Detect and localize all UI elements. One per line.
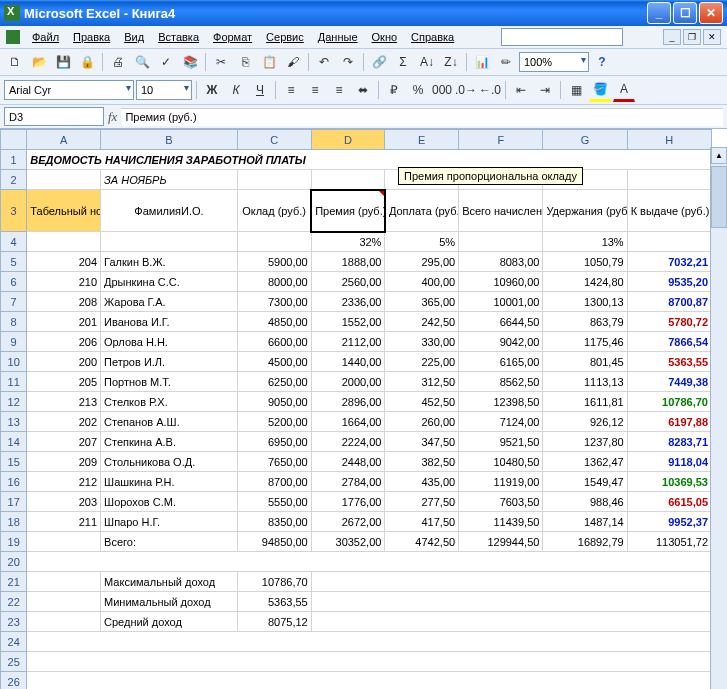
spell-icon[interactable]: ✓ (155, 51, 177, 73)
underline-icon[interactable]: Ч (249, 79, 271, 101)
column-headers[interactable]: ABCDEFGH (1, 130, 712, 150)
font-size-combo[interactable]: 10 (136, 80, 192, 100)
mdi-restore[interactable]: ❐ (683, 29, 701, 45)
inc-decimal-icon[interactable]: .0→ (455, 79, 477, 101)
print-icon[interactable]: 🖨 (107, 51, 129, 73)
menu-view[interactable]: Вид (118, 29, 150, 45)
open-icon[interactable]: 📂 (28, 51, 50, 73)
undo-icon[interactable]: ↶ (313, 51, 335, 73)
font-name-combo[interactable]: Arial Cyr (4, 80, 134, 100)
hyperlink-icon[interactable]: 🔗 (368, 51, 390, 73)
align-right-icon[interactable]: ≡ (328, 79, 350, 101)
fx-icon[interactable]: fx (108, 109, 117, 125)
save-icon[interactable]: 💾 (52, 51, 74, 73)
format-painter-icon[interactable]: 🖌 (282, 51, 304, 73)
drawing-icon[interactable]: ✏ (495, 51, 517, 73)
minimize-button[interactable]: _ (647, 2, 671, 24)
help-icon[interactable]: ? (591, 51, 613, 73)
standard-toolbar: 🗋 📂 💾 🔒 🖨 🔍 ✓ 📚 ✂ ⎘ 📋 🖌 ↶ ↷ 🔗 Σ A↓ Z↓ 📊 … (0, 49, 727, 76)
borders-icon[interactable]: ▦ (565, 79, 587, 101)
autosum-icon[interactable]: Σ (392, 51, 414, 73)
menu-window[interactable]: Окно (366, 29, 404, 45)
chart-icon[interactable]: 📊 (471, 51, 493, 73)
window-titlebar: Microsoft Excel - Книга4 _ ☐ ✕ (0, 0, 727, 26)
bold-icon[interactable]: Ж (201, 79, 223, 101)
sort-asc-icon[interactable]: A↓ (416, 51, 438, 73)
menu-format[interactable]: Формат (207, 29, 258, 45)
vertical-scrollbar[interactable]: ▲ (710, 147, 727, 689)
menu-tools[interactable]: Сервис (260, 29, 310, 45)
sort-desc-icon[interactable]: Z↓ (440, 51, 462, 73)
mdi-close[interactable]: ✕ (703, 29, 721, 45)
formatting-toolbar: Arial Cyr 10 Ж К Ч ≡ ≡ ≡ ⬌ ₽ % 000 .0→ ←… (0, 76, 727, 105)
percent-icon[interactable]: % (407, 79, 429, 101)
formula-input[interactable]: Премия (руб.) (121, 108, 723, 126)
permission-icon[interactable]: 🔒 (76, 51, 98, 73)
menu-edit[interactable]: Правка (67, 29, 116, 45)
copy-icon[interactable]: ⎘ (234, 51, 256, 73)
close-button[interactable]: ✕ (699, 2, 723, 24)
align-left-icon[interactable]: ≡ (280, 79, 302, 101)
doc-icon (6, 30, 20, 44)
name-box[interactable]: D3 (4, 107, 104, 126)
research-icon[interactable]: 📚 (179, 51, 201, 73)
menu-help[interactable]: Справка (405, 29, 460, 45)
cell[interactable]: ВЕДОМОСТЬ НАЧИСЛЕНИЯ ЗАРАБОТНОЙ ПЛАТЫ (27, 150, 712, 170)
scroll-thumb[interactable] (711, 166, 727, 228)
mdi-minimize[interactable]: _ (663, 29, 681, 45)
cut-icon[interactable]: ✂ (210, 51, 232, 73)
inc-indent-icon[interactable]: ⇥ (534, 79, 556, 101)
menu-data[interactable]: Данные (312, 29, 364, 45)
font-color-icon[interactable]: A (613, 78, 635, 102)
active-cell[interactable]: Премия (руб.) (311, 190, 385, 232)
help-search-box[interactable] (501, 28, 623, 46)
align-center-icon[interactable]: ≡ (304, 79, 326, 101)
preview-icon[interactable]: 🔍 (131, 51, 153, 73)
dec-decimal-icon[interactable]: ←.0 (479, 79, 501, 101)
dec-indent-icon[interactable]: ⇤ (510, 79, 532, 101)
merge-icon[interactable]: ⬌ (352, 79, 374, 101)
maximize-button[interactable]: ☐ (673, 2, 697, 24)
currency-icon[interactable]: ₽ (383, 79, 405, 101)
comma-icon[interactable]: 000 (431, 79, 453, 101)
cell-comment-tooltip: Премия пропорциональна окладу (398, 167, 583, 185)
fill-color-icon[interactable]: 🪣 (589, 78, 611, 102)
new-icon[interactable]: 🗋 (4, 51, 26, 73)
row-header[interactable]: 1 (1, 150, 27, 170)
italic-icon[interactable]: К (225, 79, 247, 101)
menu-bar: Файл Правка Вид Вставка Формат Сервис Да… (0, 26, 727, 49)
paste-icon[interactable]: 📋 (258, 51, 280, 73)
formula-bar: D3 fx Премия (руб.) (0, 105, 727, 129)
worksheet-area: Премия пропорциональна окладу ABCDEFGH 1… (0, 129, 727, 689)
redo-icon[interactable]: ↷ (337, 51, 359, 73)
excel-icon (4, 5, 20, 21)
menu-insert[interactable]: Вставка (152, 29, 205, 45)
zoom-combo[interactable]: 100% (519, 52, 589, 72)
menu-file[interactable]: Файл (26, 29, 65, 45)
scroll-up-icon[interactable]: ▲ (711, 147, 727, 164)
select-all-corner[interactable] (1, 130, 27, 150)
window-title: Microsoft Excel - Книга4 (24, 6, 175, 21)
